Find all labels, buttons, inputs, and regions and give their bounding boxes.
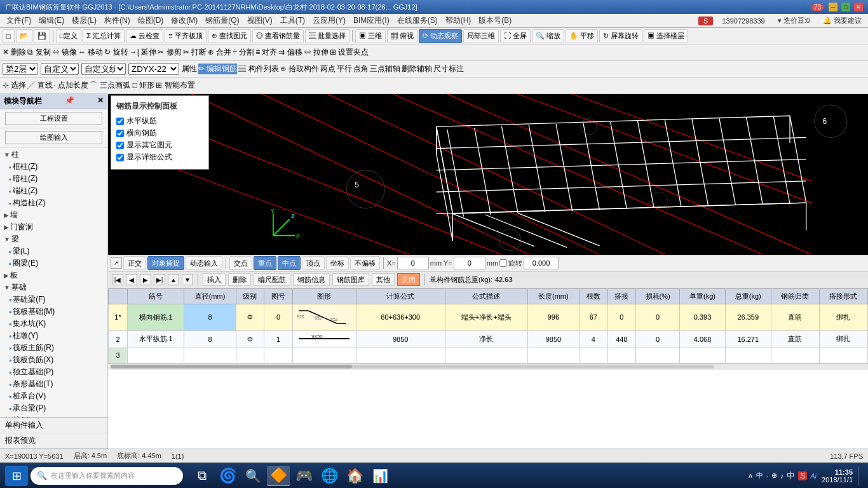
tree-item-pier[interactable]: ▪ 柱墩(Y) [1,330,106,342]
taskbar-app-app1[interactable]: 🔶 [267,466,290,486]
tb-break[interactable]: ✂ 打断 [183,47,207,58]
table-row[interactable]: 1* 横向钢筋.1 8 Φ 0 820 [109,304,868,330]
tb-set-grip[interactable]: ⊞ 设置夹点 [330,47,369,58]
menu-version[interactable]: 版本号(B) [475,14,515,27]
tb-del-axis[interactable]: 删除辅轴 [402,64,432,74]
layer-type-select[interactable]: 自定义 [41,63,79,75]
tree-item-beam[interactable]: ▼ 梁 [1,233,106,245]
report-preview[interactable]: 报表预览 [0,433,107,449]
taskbar-search[interactable]: 🔍 在这里输入你要搜索的内容 [31,467,183,485]
rebar-other-btn[interactable]: 其他 [372,273,395,286]
win-min-btn[interactable]: ─ [829,3,837,11]
tree-item-slab[interactable]: ▶ 板 [1,269,106,281]
tb-top-view[interactable]: ▦ 俯视 [387,29,417,43]
tb-trim[interactable]: ✂ 修剪 [158,47,181,58]
tb-3d[interactable]: ▣ 三维 [355,29,386,43]
tb-batch-sel[interactable]: ▤ 批量选择 [305,29,349,43]
rebar-delete-btn[interactable]: 删除 [228,273,251,286]
tree-item-strip-found[interactable]: ▪ 条形基础(T) [1,378,106,390]
rebar-nav-down[interactable]: ▼ [182,274,193,285]
sys-expand[interactable]: ∧ [748,471,753,480]
tb-rotate[interactable]: ↻ 旋转 [104,47,128,58]
tb-partial-3d[interactable]: 局部三维 [463,29,499,43]
snap-object[interactable]: 对象捕捉 [147,256,184,270]
tb-dynamic-view[interactable]: ⟳ 动态观察 [419,29,462,43]
tree-item-end-col[interactable]: ▪ 端柱(Z) [1,185,106,197]
panel-pin[interactable]: 📌 [65,96,74,107]
tb-point-angle[interactable]: 点角 [353,64,369,74]
tree-item-ring-beam[interactable]: ▪ 圈梁(E) [1,257,106,269]
y-input[interactable] [454,257,485,269]
tb-offset[interactable]: ⇉ 偏移 [278,47,302,58]
table-row[interactable]: 2 水平纵筋.1 8 Φ 1 9850 9850 [109,330,868,348]
tb-screen-rotate[interactable]: ↻ 屏幕旋转 [599,29,642,43]
menu-edit[interactable]: 编辑(E) [35,14,68,27]
taskbar-app-search2[interactable]: 🔍 [241,466,264,486]
checkbox-show-others-input[interactable] [116,142,124,149]
tree-item-cap-beam[interactable]: ▪ 承台梁(P) [1,402,106,414]
show-desktop[interactable] [858,466,863,485]
x-input[interactable] [397,257,429,269]
rebar-info-btn[interactable]: 钢筋信息 [293,273,330,286]
tree-item-door-win[interactable]: ▶ 门窗洞 [1,221,106,233]
rebar-library-btn[interactable]: 钢筋图库 [332,273,369,286]
tb-select[interactable]: ⊹ 选择 [3,80,26,91]
tb-properties[interactable]: 属性 [182,64,197,74]
sys-volume[interactable]: ♪ [780,472,784,480]
tb-new[interactable]: □ [3,29,15,43]
taskbar-app-taskview[interactable]: ⧉ [191,466,214,486]
project-settings-btn[interactable]: 工程设置 [5,112,102,125]
rebar-nav-up[interactable]: ▲ [168,274,179,285]
tb-edit-rebar[interactable]: ✏ 编辑钢筋 [198,64,237,74]
tb-select-floor[interactable]: ▣ 选择楼层 [644,29,688,43]
tree-item-column[interactable]: ▼ 柱 [1,149,106,161]
tb-calc[interactable]: Σ 汇总计算 [83,29,125,43]
tree-item-raft-main[interactable]: ▪ 筏板主筋(R) [1,342,106,354]
sys-sogou[interactable]: S [798,471,807,480]
taskbar-app-app2[interactable]: 🎮 [292,466,315,486]
tb-two-points[interactable]: 两点 [320,64,336,74]
panel-close[interactable]: ✕ [97,96,104,107]
menu-floor[interactable]: 楼层(L) [68,14,100,27]
rebar-nav-next[interactable]: ▶ [140,274,151,285]
tb-cloud-check[interactable]: ☁ 云检查 [126,29,163,43]
tb-line[interactable]: ╱ 直线 [27,80,52,91]
menu-view[interactable]: 视图(V) [243,14,276,27]
tree-item-raft-neg[interactable]: ▪ 筏板负筋(X) [1,354,106,366]
tb-align-top[interactable]: ≡ 平齐板顶 [165,29,206,43]
table-row[interactable]: 3 [109,348,868,363]
tb-define[interactable]: □定义 [56,29,82,43]
rotate-input[interactable] [524,257,559,269]
tree-item-construct-col[interactable]: ▪ 构造柱(Z) [1,197,106,209]
tb-split[interactable]: ÷ 分割 [233,47,254,58]
taskbar-app-browser[interactable]: 🌀 [216,466,239,486]
tree-item-pit[interactable]: ▪ 集水坑(K) [1,318,106,330]
snap-midpoint[interactable]: 中点 [278,256,301,270]
layer-select[interactable]: 第2层 [3,63,38,75]
tb-stretch[interactable]: ⇔ 拉伸 [304,47,329,58]
menu-draw[interactable]: 绘图(D) [134,14,168,27]
tb-parallel[interactable]: 平行 [337,64,352,74]
tree-item-raft[interactable]: ▪ 筏板基础(M) [1,306,106,318]
code-select[interactable]: ZDYX-22 [128,63,179,75]
snap-coord[interactable]: 坐标 [326,256,349,270]
tb-extend[interactable]: →| 延伸 [130,47,156,58]
snap-intersection[interactable]: 交点 [229,256,252,270]
tree-item-beam-l[interactable]: ▪ 梁(L) [1,245,106,257]
snap-orthogonal[interactable]: 正交 [123,256,146,270]
tb-open[interactable]: 📂 [16,29,32,43]
tb-rect[interactable]: □ 矩形 [133,80,155,91]
menu-help[interactable]: 帮助(H) [442,14,475,27]
tb-3point-axis[interactable]: 三点辅轴 [370,64,400,74]
taskbar-clock[interactable]: 11:35 2018/11/1 [822,468,853,484]
menu-bim[interactable]: BIM应用(I) [349,14,393,27]
sys-ime2[interactable]: 中 [787,470,795,482]
cad-canvas[interactable]: 5 6 B A X Y Z [108,94,868,255]
menu-modify[interactable]: 修改(M) [167,14,201,27]
snap-vertex[interactable]: 顶点 [302,256,325,270]
taskbar-app-app5[interactable]: 📊 [369,466,391,486]
menu-file[interactable]: 文件(F) [3,14,35,27]
rebar-nav-last[interactable]: ▶| [154,274,165,285]
tb-component-list[interactable]: ▤ 构件列表 [238,64,278,74]
rebar-nav-first[interactable]: |◀ [112,274,123,285]
